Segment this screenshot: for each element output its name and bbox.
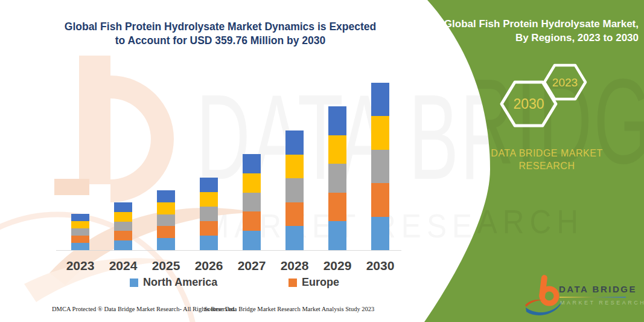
bar-segment bbox=[328, 135, 346, 164]
bar-chart: 20232024202520262027202820292030 bbox=[0, 0, 422, 322]
bar-segment bbox=[71, 214, 89, 221]
panel-brand-line1: DATA BRIDGE MARKET bbox=[483, 147, 611, 159]
bar-segment bbox=[371, 183, 389, 216]
bar-segment bbox=[243, 193, 261, 212]
panel-title: Global Fish Protein Hydrolysate Market, … bbox=[425, 17, 639, 45]
panel-title-line2: By Regions, 2023 to 2030 bbox=[425, 31, 639, 45]
bar-segment bbox=[157, 226, 175, 238]
x-axis-label-2028: 2028 bbox=[273, 259, 316, 273]
panel-brand-line2: RESEARCH bbox=[483, 159, 611, 172]
bar-segment bbox=[285, 155, 304, 179]
bar-segment bbox=[328, 193, 346, 222]
bar-segment bbox=[371, 150, 389, 183]
stacked-bar-2023 bbox=[71, 214, 89, 250]
bar-segment bbox=[200, 178, 218, 192]
legend-label: North America bbox=[143, 276, 217, 289]
data-bridge-logo-icon bbox=[524, 271, 566, 319]
bar-segment bbox=[371, 83, 389, 116]
bar-segment bbox=[71, 243, 89, 250]
x-axis-label-2023: 2023 bbox=[59, 259, 102, 273]
stacked-bar-2027 bbox=[243, 154, 261, 250]
bar-segment bbox=[157, 190, 175, 202]
legend-swatch bbox=[289, 279, 297, 287]
bar-segment bbox=[200, 192, 218, 207]
bar-segment bbox=[157, 238, 175, 250]
bar-segment bbox=[285, 202, 304, 227]
bar-segment bbox=[114, 222, 132, 231]
panel-brand-text: DATA BRIDGE MARKET RESEARCH bbox=[483, 147, 611, 172]
x-axis-line bbox=[56, 250, 401, 251]
stacked-bar-2024 bbox=[114, 202, 132, 250]
stacked-bar-2025 bbox=[157, 190, 175, 250]
bar-segment bbox=[371, 116, 389, 149]
bar-segment bbox=[328, 221, 346, 250]
bar-segment bbox=[71, 236, 89, 243]
bar-segment bbox=[71, 221, 89, 228]
legend-label: Europe bbox=[302, 276, 339, 289]
stacked-bar-2028 bbox=[285, 130, 304, 250]
legend-item-north-america: North America bbox=[130, 276, 217, 289]
stacked-bar-2030 bbox=[371, 83, 389, 250]
legend-item-europe: Europe bbox=[289, 276, 339, 289]
bar-segment bbox=[243, 231, 261, 250]
bar-segment bbox=[285, 226, 304, 250]
panel-title-line1: Global Fish Protein Hydrolysate Market, bbox=[425, 17, 639, 31]
bar-segment bbox=[114, 240, 132, 250]
bar-segment bbox=[200, 221, 218, 236]
x-axis-label-2027: 2027 bbox=[230, 259, 273, 273]
bar-segment bbox=[243, 173, 261, 193]
bar-segment bbox=[114, 202, 132, 212]
bar-segment bbox=[285, 130, 304, 155]
x-axis-label-2024: 2024 bbox=[101, 259, 145, 273]
logo-brand-text: DATA BRIDGE bbox=[559, 284, 637, 294]
bar-segment bbox=[157, 214, 175, 227]
x-axis-label-2029: 2029 bbox=[316, 259, 359, 273]
legend-swatch bbox=[130, 279, 138, 287]
x-axis-label-2030: 2030 bbox=[359, 259, 402, 273]
bar-segment bbox=[157, 202, 175, 214]
x-axis-label-2025: 2025 bbox=[144, 259, 188, 273]
stacked-bar-2029 bbox=[328, 106, 346, 250]
bar-segment bbox=[328, 106, 346, 135]
bar-segment bbox=[328, 164, 346, 193]
bar-segment bbox=[243, 154, 261, 173]
infographic-canvas: DATA BRIDGE MARKET RESEARCH Global Fish … bbox=[0, 0, 644, 322]
bar-segment bbox=[243, 211, 261, 231]
bar-segment bbox=[371, 217, 389, 250]
bar-segment bbox=[200, 207, 218, 221]
logo-sub-text: MARKET RESEARCH bbox=[560, 300, 644, 306]
stacked-bar-2026 bbox=[200, 178, 218, 250]
logo-divider-line bbox=[560, 297, 626, 298]
bar-segment bbox=[285, 178, 304, 202]
bar-segment bbox=[114, 212, 132, 222]
source-footer-text: Source: Data Bridge Market Research Mark… bbox=[204, 306, 374, 312]
bar-segment bbox=[200, 236, 218, 250]
bar-segment bbox=[71, 228, 89, 236]
x-axis-label-2026: 2026 bbox=[187, 259, 231, 273]
bar-segment bbox=[114, 231, 132, 240]
